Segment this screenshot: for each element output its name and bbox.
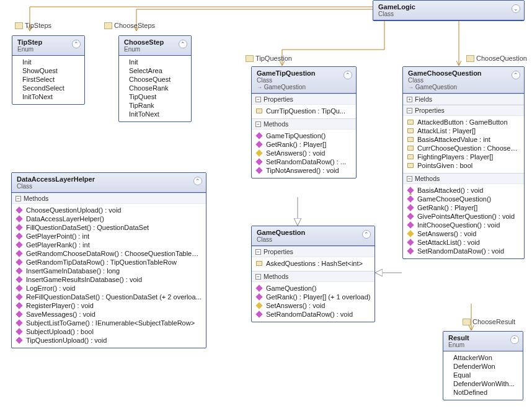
method-icon [407,230,414,237]
method: GetRank() : Player[] [407,203,520,212]
method-icon [407,239,414,245]
collapse-toggle-icon[interactable]: ⌃ [179,40,187,48]
class-name: GameLogic [378,3,519,11]
method: InsertGameInDatabase() : long [16,267,202,275]
section-toggle-icon[interactable]: − [255,249,261,255]
method: GetRank() : Player[] (+ 1 overload) [255,293,371,301]
enum-result[interactable]: Result Enum ⌃ AttackerWon DefenderWon Eq… [443,331,523,400]
property-icon [407,146,414,151]
property-icon [407,137,414,142]
base-class: GameQuestion [415,84,457,90]
method: GameTipQuestion() [255,131,352,140]
class-name: ChooseStep [124,38,186,46]
collapse-toggle-icon[interactable]: ⌃ [193,177,202,185]
method: ChooseQuestionUpload() : void [16,206,202,214]
class-kind: Enum [17,46,79,53]
class-name: GameChooseQuestion [408,69,519,77]
collapse-toggle-icon[interactable]: ⌃ [72,40,81,48]
section-methods[interactable]: −Methods [252,271,375,282]
method-icon [16,337,22,343]
class-header[interactable]: DataAccessLayerHelper Class ⌃ [12,173,206,193]
property-icon [407,128,414,133]
section-toggle-icon[interactable]: − [255,121,261,127]
class-header[interactable]: ChooseStep Enum ⌃ [119,36,191,56]
enum-member: AttackerWon [447,353,519,362]
collapse-toggle-icon[interactable]: ⌄ [512,4,520,13]
method-icon [16,232,22,239]
collapse-toggle-icon[interactable]: ⌃ [512,71,520,79]
method-icon [407,213,414,219]
property: CurrTipQuestion : TipQu... [255,107,352,115]
section-methods[interactable]: −Methods [12,193,206,204]
assoc-label-choosesteps: ChooseSteps [104,22,155,29]
enum-choosestep[interactable]: ChooseStep Enum ⌃ Init SelectArea Choose… [118,35,192,122]
section-methods[interactable]: −Methods [403,173,524,184]
section-toggle-icon[interactable]: − [255,274,261,280]
class-kind: Class [17,183,201,190]
collapse-toggle-icon[interactable]: ⌃ [344,71,352,79]
section-fields[interactable]: +Fields [403,94,524,105]
method-icon [407,204,414,211]
property: FightingPlayers : Player[] [407,152,520,161]
collapse-toggle-icon[interactable]: ⌃ [510,335,519,344]
section-toggle-icon[interactable]: − [407,108,412,113]
properties-list: AttackedButton : GameButtonAttackList : … [403,116,524,173]
class-header[interactable]: GameTipQuestion Class → GameQuestion ⌃ [252,67,356,94]
inherits-icon: → [257,84,262,90]
enum-member: Equal [447,371,519,379]
class-gamechoosequestion[interactable]: GameChooseQuestion Class → GameQuestion … [402,66,525,259]
method: GameQuestion() [255,284,371,293]
method-icon [16,258,22,265]
enum-member: ChooseRank [123,84,187,92]
class-header[interactable]: GameChooseQuestion Class → GameQuestion … [403,67,524,94]
property-icon [15,22,23,29]
section-methods[interactable]: −Methods [252,118,356,130]
assoc-label-tipsteps: TipSteps [15,22,51,29]
method: SetAnswers() : void [255,301,371,310]
collapse-toggle-icon[interactable]: ⌃ [362,230,371,239]
enum-member: DefenderWonWith... [447,379,519,388]
method: SaveMessages() : void [16,310,202,319]
method-icon [16,250,22,257]
enum-member: SecondSelect [16,84,81,92]
class-header[interactable]: TipStep Enum ⌃ [12,36,84,56]
property: AskedQuestions : HashSet<int> [255,259,371,268]
section-toggle-icon[interactable]: − [16,196,21,201]
class-header[interactable]: GameLogic Class ⌄ [373,1,524,20]
enum-member: SelectArea [123,66,187,75]
class-gamelogic[interactable]: GameLogic Class ⌄ [373,0,525,21]
method: SubjectListToGame() : IEnumerable<Subjec… [16,319,202,327]
method-icon [407,195,414,202]
method: GetPlayerRank() : int [16,240,202,249]
method: GetRandomTipDataRow() : TipQuestionTable… [16,258,202,267]
class-gametipquestion[interactable]: GameTipQuestion Class → GameQuestion ⌃ −… [251,66,357,179]
section-toggle-icon[interactable]: − [255,97,261,102]
property-icon [463,319,471,325]
section-properties[interactable]: −Properties [403,105,524,116]
enum-tipstep[interactable]: TipStep Enum ⌃ Init ShowQuest FirstSelec… [12,35,85,105]
assoc-label-text: ChooseResult [472,318,515,325]
method-icon [16,267,22,274]
property: BasisAttackedValue : int [407,135,520,144]
method: InitChooseQuestion() : void [407,221,520,229]
section-properties[interactable]: −Properties [252,94,356,105]
class-header[interactable]: GameQuestion Class ⌃ [252,226,375,246]
enum-member: TipRank [123,101,187,110]
class-kind: Class [378,11,519,17]
assoc-label-text: TipSteps [25,22,51,29]
class-name: GameQuestion [257,229,370,236]
section-toggle-icon[interactable]: + [407,97,412,102]
method: BasisAttacked() : void [407,186,520,195]
class-gamequestion[interactable]: GameQuestion Class ⌃ −Properties AskedQu… [251,226,375,322]
method: SetRandomDataRow() : ... [255,157,352,166]
section-properties[interactable]: −Properties [252,246,375,257]
method-icon [255,132,262,139]
class-header[interactable]: Result Enum ⌃ [443,332,523,351]
section-toggle-icon[interactable]: − [407,176,412,182]
properties-list: AskedQuestions : HashSet<int> [252,257,375,271]
method: ReFillQuestionDataSet() : QuestionDataSe… [16,293,202,301]
method-icon [16,284,22,291]
assoc-label-text: ChooseQuestion [476,55,527,62]
method-icon [255,311,262,317]
class-dataaccesslayerhelper[interactable]: DataAccessLayerHelper Class ⌃ −Methods C… [11,172,206,348]
